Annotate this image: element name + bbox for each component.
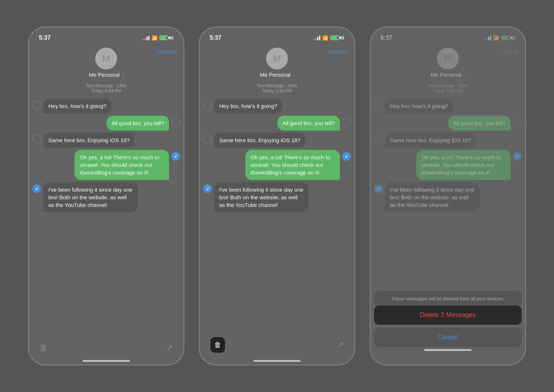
status-icons-3: 📶 32 [485,35,515,41]
phones-container: 5:37 📶 32 Cancel M [0,0,554,392]
msg-info-3: Text Message · SMS Today, 5:34 PM [370,82,525,96]
msg-info-2: Text Message · SMS Today, 5:34 PM [200,82,354,96]
msg-type-1: Text Message · SMS [29,83,184,88]
select-circle-2-4[interactable] [342,152,351,161]
msg-row-1-4: Oh yes, a lot! There's so much to unrave… [29,150,184,180]
header-2: Cancel M Me Personal › [200,45,354,82]
chevron-icon-1: › [122,73,123,78]
select-circle-1-3[interactable] [32,135,41,144]
bubble-3-1: Hey bro, how's it going? [385,99,453,113]
cancel-sheet-button[interactable]: Cancel [374,328,522,347]
msg-row-2-4: Oh yes, a lot! There's so much to unrave… [200,150,354,180]
select-circle-1-5[interactable] [32,184,41,193]
phone-3: 5:37 📶 32 Cancel M [370,27,526,365]
status-bar-3: 5:37 📶 32 [370,27,525,45]
msg-row-3-1: Hey bro, how's it going? [370,99,525,113]
time-1: 5:37 [39,35,51,41]
battery-3: 32 [501,36,515,40]
msg-row-1-5: I've been following it since day one bro… [29,182,184,212]
select-circle-3-4[interactable] [513,152,522,161]
msg-row-2-2: All good bro, you tell? [200,116,354,131]
messages-1: Hey bro, how's it going? All good bro, y… [29,96,184,339]
phone-1: 5:37 📶 32 Cancel M [28,27,184,365]
select-circle-3-1[interactable] [374,101,383,109]
battery-2: 32 [330,36,344,40]
header-3: Cancel M Me Personal › [370,45,525,82]
wifi-icon-1: 📶 [152,35,157,41]
bubble-2-2: All good bro, you tell? [277,116,340,131]
avatar-1: M [95,48,117,69]
wifi-icon-2: 📶 [322,35,328,41]
bottom-toolbar-1: 🗑 ↗ [29,339,184,360]
msg-row-3-3: Same here bro. Enjoying iOS 18? [370,133,525,148]
share-icon-2[interactable]: ↗ [337,340,344,350]
msg-row-3-4: Oh yes, a lot! There's so much to unrave… [370,150,525,180]
msg-row-2-3: Same here bro. Enjoying iOS 18? [200,133,354,148]
msg-row-3-2: All good bro, you tell? [370,116,525,131]
msg-row-1-2: All good bro, you tell? [29,116,184,131]
avatar-2: M [266,48,288,69]
time-2: 5:37 [210,35,221,41]
msg-type-3: Text Message · SMS [370,83,525,88]
select-circle-3-3[interactable] [374,135,383,144]
bubble-1-4: Oh yes, a lot! There's so much to unrave… [75,150,169,180]
select-circle-2-2[interactable] [342,118,351,127]
delete-messages-button[interactable]: Delete 2 Messages [374,305,522,325]
bubble-2-3: Same here bro. Enjoying iOS 18? [214,133,305,148]
chevron-icon-2: › [293,73,294,78]
header-1: Cancel M Me Personal › [29,45,184,82]
cancel-button-3[interactable]: Cancel [499,48,518,56]
select-circle-2-1[interactable] [203,101,212,109]
bubble-3-4: Oh yes, a lot! There's so much to unrave… [416,150,511,180]
msg-time-3: Today, 5:34 PM [370,88,525,93]
cancel-button-2[interactable]: Cancel [328,48,347,56]
msg-row-3-5: I've been following it since day one bro… [370,182,525,212]
delete-sheet: These messages will be deleted from all … [370,291,525,365]
trash-icon-1[interactable]: 🗑 [40,343,48,353]
battery-1: 32 [160,36,173,40]
bubble-2-1: Hey bro, how's it going? [214,99,282,113]
select-circle-2-5[interactable] [203,184,212,193]
msg-time-2: Today, 5:34 PM [200,88,354,93]
bubble-3-2: All good bro, you tell? [448,116,511,131]
status-icons-1: 📶 32 [143,35,173,41]
chevron-icon-3: › [463,73,465,78]
home-indicator-1 [83,360,130,362]
status-bar-1: 5:37 📶 32 [29,27,184,45]
signal-icon-3 [485,35,491,40]
select-circle-3-5[interactable] [374,184,383,193]
contact-name-1: Me Personal › [89,72,124,78]
signal-icon-1 [143,35,149,40]
status-bar-2: 5:37 📶 32 [200,27,354,45]
status-icons-2: 📶 32 [314,35,344,41]
avatar-3: M [437,48,459,69]
bubble-1-5: I've been following it since day one bro… [43,182,138,212]
select-circle-1-1[interactable] [32,101,41,109]
signal-icon-2 [314,35,320,40]
msg-type-2: Text Message · SMS [200,83,354,88]
msg-info-1: Text Message · SMS Today, 5:34 PM [29,82,184,96]
trash-icon-2[interactable]: 🗑 [210,337,225,353]
delete-note: These messages will be deleted from all … [374,291,522,305]
select-circle-2-3[interactable] [203,135,212,144]
msg-row-1-3: Same here bro. Enjoying iOS 18? [29,133,184,148]
phone-2: 5:37 📶 32 Cancel M [199,27,355,365]
contact-name-3: Me Personal › [431,72,465,78]
cancel-button-1[interactable]: Cancel [157,48,176,56]
msg-row-1-1: Hey bro, how's it going? [29,99,184,113]
bubble-2-5: I've been following it since day one bro… [214,182,309,212]
bubble-2-4: Oh yes, a lot! There's so much to unrave… [245,150,340,180]
home-indicator-2 [253,360,301,362]
share-icon-1[interactable]: ↗ [166,343,173,353]
select-circle-1-2[interactable] [171,118,180,127]
bottom-toolbar-2: 🗑 ↗ [200,333,354,360]
home-indicator-3 [424,349,471,351]
messages-2: Hey bro, how's it going? All good bro, y… [200,96,354,333]
select-circle-3-2[interactable] [513,118,522,127]
bubble-1-2: All good bro, you tell? [107,116,169,131]
msg-time-1: Today, 5:34 PM [29,88,184,93]
time-3: 5:37 [381,35,392,41]
contact-name-2: Me Personal › [260,72,294,78]
bubble-1-3: Same here bro. Enjoying iOS 18? [43,133,135,148]
select-circle-1-4[interactable] [171,152,180,161]
